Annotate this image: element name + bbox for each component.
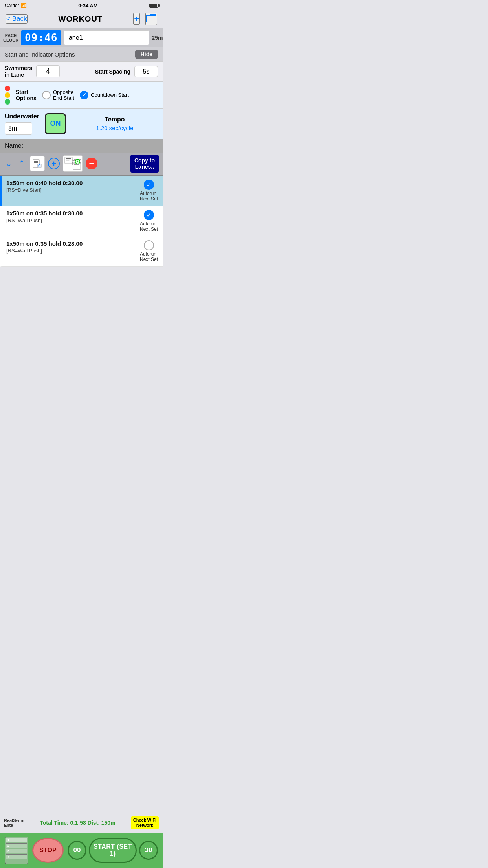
remove-item-button[interactable]: − <box>86 158 97 169</box>
tempo-value: 1.20 sec/cycle <box>72 125 158 131</box>
wifi-icon: 📶 <box>21 3 27 8</box>
workout-list: 1x50m on 0:40 hold 0:30.00 [RS=Dive Star… <box>0 176 163 267</box>
underwater-label: Underwater <box>5 113 39 120</box>
workout-item-sub: [RS=Wall Push] <box>6 248 140 254</box>
underwater-row: Underwater ON Tempo 1.20 sec/cycle <box>0 109 163 139</box>
status-time: 9:34 AM <box>27 3 149 9</box>
workout-item-main: 1x50m on 0:35 hold 0:30.00 <box>6 210 140 217</box>
autorun-section: ✓ AutorunNext Set <box>140 210 158 232</box>
add-workout-button[interactable]: + <box>133 13 140 25</box>
back-button[interactable]: < Back <box>6 14 28 24</box>
options-title: Start and Indicator Options <box>5 51 75 58</box>
hide-button[interactable]: Hide <box>135 50 158 59</box>
traffic-light <box>5 86 10 105</box>
nav-bar: < Back WORKOUT + <box>0 11 163 28</box>
autorun-checkbox[interactable]: ✓ <box>144 180 154 190</box>
pace-clock-label: PACECLOCK <box>3 33 18 42</box>
carrier-label: Carrier <box>5 3 19 8</box>
countdown-radio[interactable] <box>80 91 88 99</box>
workout-item-text: 1x50m on 0:40 hold 0:30.00 [RS=Dive Star… <box>6 180 140 193</box>
page-title: WORKOUT <box>59 15 103 24</box>
autorun-label: AutorunNext Set <box>140 251 158 262</box>
autorun-section: ✓ AutorunNext Set <box>140 180 158 202</box>
svg-text:+: + <box>77 160 79 164</box>
copy-document-icon[interactable]: 1x50m on 0:40 hold 0:30.00 [RS=Dive Push… <box>63 155 83 172</box>
tempo-section: Tempo 1.20 sec/cycle <box>72 116 158 131</box>
countdown-start-option[interactable]: Countdown Start <box>80 91 129 99</box>
swimmers-row: Swimmersin Lane Start Spacing <box>0 61 163 82</box>
battery-icon <box>149 4 158 8</box>
workout-item-main: 1x50m on 0:35 hold 0:28.00 <box>6 240 140 247</box>
workout-item-main: 1x50m on 0:40 hold 0:30.00 <box>6 180 140 186</box>
edit-icon[interactable] <box>30 156 45 171</box>
workout-item-text: 1x50m on 0:35 hold 0:28.00 [RS=Wall Push… <box>6 240 140 254</box>
move-down-button[interactable]: ⌄ <box>4 157 14 170</box>
name-label: Name: <box>5 142 23 149</box>
traffic-light-red <box>5 86 10 91</box>
start-spacing-input[interactable] <box>134 66 158 77</box>
workout-item-sub: [RS=Dive Start] <box>6 187 140 193</box>
options-header: Start and Indicator Options Hide <box>0 47 163 61</box>
svg-rect-8 <box>65 157 72 164</box>
pace-clock-value: 09:46 <box>21 30 61 45</box>
traffic-light-yellow <box>5 92 10 98</box>
opposite-end-start-option[interactable]: OppositeEnd Start <box>42 89 74 101</box>
folder-button[interactable] <box>145 13 157 25</box>
copy-to-lanes-button[interactable]: Copy toLanes.. <box>130 155 159 173</box>
workout-item[interactable]: 1x50m on 0:40 hold 0:30.00 [RS=Dive Star… <box>0 176 163 206</box>
add-item-button[interactable]: + <box>48 158 60 169</box>
start-spacing-label: Start Spacing <box>95 68 130 75</box>
toolbar: ⌄ ⌃ + 1x50m on 0:40 hold 0:30.00 [RS=Div… <box>0 153 163 176</box>
start-options-row: StartOptions OppositeEnd Start Countdown… <box>0 82 163 109</box>
opposite-end-radio[interactable] <box>42 91 51 99</box>
folder-icon <box>146 13 156 22</box>
clock-bar: PACECLOCK 09:46 25m SWIMCLOCK 00:00 <box>0 28 163 47</box>
traffic-light-green <box>5 99 10 105</box>
tempo-label: Tempo <box>72 116 158 123</box>
workout-item-sub: [RS=Wall Push] <box>6 217 140 223</box>
on-button[interactable]: ON <box>45 113 66 134</box>
move-up-button[interactable]: ⌃ <box>17 157 27 170</box>
svg-rect-14 <box>73 163 81 169</box>
name-bar: Name: <box>0 139 163 153</box>
autorun-section: AutorunNext Set <box>140 240 158 262</box>
status-bar: Carrier 📶 9:34 AM <box>0 0 163 11</box>
pool-size-label: 25m <box>152 35 163 41</box>
workout-item-text: 1x50m on 0:35 hold 0:30.00 [RS=Wall Push… <box>6 210 140 223</box>
autorun-label: AutorunNext Set <box>140 191 158 202</box>
autorun-checkbox[interactable] <box>144 240 154 250</box>
countdown-label: Countdown Start <box>91 92 129 98</box>
autorun-label: AutorunNext Set <box>140 221 158 232</box>
swimmers-input[interactable] <box>36 65 60 77</box>
workout-item[interactable]: 1x50m on 0:35 hold 0:30.00 [RS=Wall Push… <box>0 206 163 236</box>
autorun-checkbox[interactable]: ✓ <box>144 210 154 220</box>
svg-rect-0 <box>146 15 156 22</box>
underwater-input[interactable] <box>5 122 32 135</box>
opposite-end-label: OppositeEnd Start <box>53 89 74 101</box>
swimmers-label: Swimmersin Lane <box>5 65 32 78</box>
lane-input[interactable] <box>64 30 149 45</box>
workout-item[interactable]: 1x50m on 0:35 hold 0:28.00 [RS=Wall Push… <box>0 236 163 267</box>
start-options-label: StartOptions <box>16 89 37 101</box>
